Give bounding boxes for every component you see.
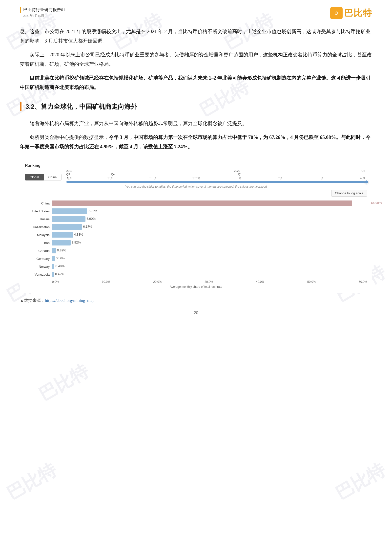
bar-label-china: China — [25, 201, 52, 205]
q-label-q1: Q1 — [238, 173, 242, 176]
slider-fill — [66, 181, 367, 183]
year-label-2019: 2019 — [66, 169, 72, 172]
time-axis: 2019 2020 Q2 Q3 Q4 — [66, 169, 367, 183]
header-left: 巴比特行业研究报告01 2021年5月15日 — [20, 7, 65, 18]
bar-outer-malaysia: 4.33% — [52, 232, 367, 238]
q-label-q3: Q3 — [66, 173, 70, 176]
logo-svg: ₿ — [332, 9, 340, 17]
x-label-0: 0.0% — [52, 280, 59, 284]
bar-chart: China 65.08% United States 7.24% — [25, 200, 367, 277]
bar-fill-kazakhstan — [52, 224, 82, 230]
bar-value-norway: 0.48% — [55, 264, 64, 268]
watermark: 巴比特 — [35, 359, 93, 406]
year-label-q2: Q2 — [361, 169, 365, 172]
time-slider[interactable] — [66, 181, 367, 183]
chart-header: Ranking — [25, 163, 367, 168]
chart-container: Ranking Global China 2019 2020 — [20, 159, 372, 293]
tab-global[interactable]: Global — [25, 174, 44, 180]
svg-text:₿: ₿ — [335, 11, 338, 16]
watermark: 巴比特 — [2, 458, 61, 505]
bar-outer-iran: 3.82% — [52, 240, 367, 245]
logo-container: ₿ 巴比特 — [330, 7, 372, 19]
x-label-10: 10.0% — [102, 280, 110, 284]
report-title: 巴比特行业研究报告01 — [20, 7, 65, 13]
x-axis-labels: 0.0% 10.0% 20.0% 30.0% 40.0% 50.0% 60.0% — [25, 280, 367, 284]
source-note: ▲数据来源：https://cbeci.org/mining_map — [20, 298, 372, 303]
bar-fill-iran — [52, 240, 71, 245]
bar-row-germany: Germany 0.56% — [25, 256, 367, 261]
bar-outer-venezuela: 0.42% — [52, 272, 367, 277]
bar-fill-malaysia — [52, 232, 73, 238]
bar-label-canada: Canada — [25, 249, 52, 253]
x-label-40: 40.0% — [256, 280, 264, 284]
bar-value-us: 7.24% — [88, 209, 97, 213]
slider-thumb — [365, 180, 369, 184]
main-content: 息。这些上市公司在 2021 年的股票涨幅较突出，尤其是在 2021 年 2 月… — [0, 22, 392, 325]
bar-row-venezuela: Venezuela 0.42% — [25, 272, 367, 277]
section-title: 3.2、算力全球化，中国矿机商走向海外 — [25, 102, 137, 111]
bar-value-iran: 3.82% — [72, 241, 81, 244]
q-label-q4: Q4 — [111, 173, 115, 176]
bar-value-malaysia: 4.33% — [74, 233, 83, 236]
x-label-50: 50.0% — [307, 280, 316, 284]
page-header: 巴比特行业研究报告01 2021年5月15日 ₿ 巴比特 — [0, 0, 392, 22]
bar-label-iran: Iran — [25, 241, 52, 245]
logo-text: 巴比特 — [344, 7, 372, 19]
logo-icon: ₿ — [330, 7, 343, 19]
month-mar: 三月 — [318, 176, 324, 180]
paragraph-2: 实际上，2020 年以来上市公司已经成为比特币矿业重要的参与者。凭借雄厚的资金增… — [20, 50, 372, 69]
bar-value-china: 65.08% — [371, 201, 382, 205]
x-label-30: 30.0% — [205, 280, 213, 284]
header-right: ₿ 巴比特 — [330, 7, 372, 19]
tab-china[interactable]: China — [44, 174, 62, 180]
x-label-60: 60.0% — [359, 280, 367, 284]
bar-label-germany: Germany — [25, 257, 52, 261]
year-label-2020: 2020 — [234, 169, 240, 172]
bar-fill-russia — [52, 216, 85, 222]
watermark: 巴比特 — [331, 458, 389, 505]
bar-fill-us — [52, 208, 87, 214]
bar-outer-russia: 6.90% — [52, 216, 367, 222]
bar-outer-norway: 0.48% — [52, 264, 367, 269]
bar-label-norway: Norway — [25, 265, 52, 268]
month-feb: 二月 — [277, 176, 283, 180]
month-nov: 十一月 — [149, 176, 157, 180]
bar-row-kazakhstan: Kazakhstan 6.17% — [25, 224, 367, 230]
page-number: 20 — [20, 311, 372, 315]
bar-fill-norway — [52, 264, 54, 269]
bar-row-russia: Russia 6.90% — [25, 216, 367, 222]
report-date: 2021年5月15日 — [20, 14, 65, 18]
bar-label-malaysia: Malaysia — [25, 233, 52, 237]
month-jan: 一月 — [236, 176, 242, 180]
bar-outer-germany: 0.56% — [52, 256, 367, 261]
month-apr: 四月 — [360, 176, 365, 180]
section-bar — [20, 102, 21, 111]
paragraph-5: 剑桥另类金融中心提供的数据显示，今年 3 月，中国市场的算力第一次在全球市场的算… — [20, 133, 372, 151]
section-heading: 3.2、算力全球化，中国矿机商走向海外 — [20, 102, 372, 111]
bar-row-norway: Norway 0.48% — [25, 264, 367, 269]
source-link[interactable]: https://cbeci.org/mining_map — [45, 298, 94, 303]
bar-row-us: United States 7.24% — [25, 208, 367, 214]
paragraph-1: 息。这些上市公司在 2021 年的股票涨幅较突出，尤其是在 2021 年 2 月… — [20, 27, 372, 45]
bar-label-venezuela: Venezuela — [25, 273, 52, 276]
paragraph-4: 随着海外机构布局算力产业，算力从中国向海外转移的趋势非常明显，算力全球化概念被广… — [20, 119, 372, 128]
bar-value-germany: 0.56% — [56, 256, 65, 260]
chart-title: Ranking — [25, 163, 41, 168]
bar-outer-us: 7.24% — [52, 208, 367, 214]
x-label-20: 20.0% — [153, 280, 162, 284]
bar-outer-china: 65.08% — [52, 200, 367, 206]
log-scale-button[interactable]: Change to log scale — [331, 190, 367, 197]
bar-label-kazakhstan: Kazakhstan — [25, 225, 52, 229]
x-axis-title: Average monthly share of total hashrate — [25, 285, 367, 289]
bar-label-us: United States — [25, 209, 52, 213]
bar-row-china: China 65.08% — [25, 200, 367, 206]
paragraph-5-normal: 剑桥另类金融中心提供的数据显示， — [30, 134, 109, 140]
bar-fill-venezuela — [52, 272, 54, 277]
bar-row-iran: Iran 3.82% — [25, 240, 367, 245]
month-dec: 十二月 — [192, 176, 201, 180]
bar-fill-china — [52, 200, 352, 206]
chart-note: You can use the slider to adjust the tim… — [25, 185, 367, 188]
month-oct: 十月 — [107, 176, 113, 180]
bar-fill-germany — [52, 256, 55, 261]
source-label: ▲数据来源： — [20, 298, 45, 303]
